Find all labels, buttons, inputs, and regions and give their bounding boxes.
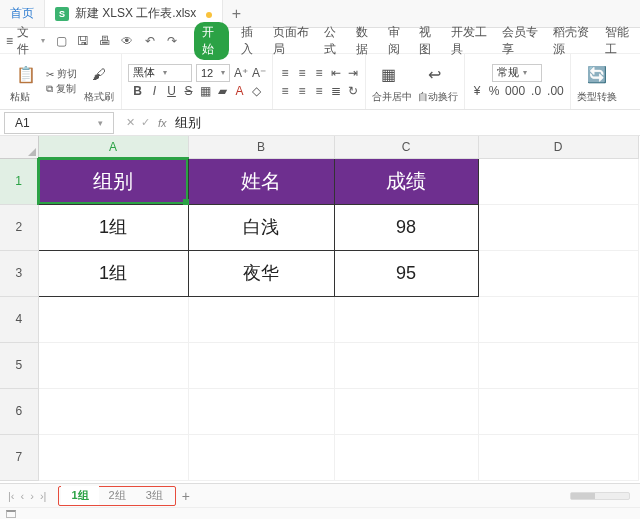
cell-a2[interactable]: 1组 <box>38 204 188 250</box>
ribbon-tab-insert[interactable]: 插入 <box>241 24 261 58</box>
cell-d2[interactable] <box>478 204 638 250</box>
spreadsheet-grid[interactable]: A B C D 1 组别 姓名 成绩 2 1组 白浅 98 3 1组 夜华 95… <box>0 136 640 483</box>
merge-center-icon[interactable]: ▦ <box>372 59 404 89</box>
increase-font-icon[interactable]: A⁺ <box>234 66 248 80</box>
cell-a5[interactable] <box>38 342 188 388</box>
align-top-icon[interactable]: ≡ <box>279 66 291 80</box>
cell-b2[interactable]: 白浅 <box>188 204 334 250</box>
indent-right-icon[interactable]: ⇥ <box>347 66 359 80</box>
preview-icon[interactable]: 👁 <box>121 34 133 48</box>
decrease-decimal-icon[interactable]: .0 <box>530 84 542 98</box>
horizontal-scrollbar[interactable] <box>570 492 630 500</box>
justify-icon[interactable]: ≣ <box>330 84 342 98</box>
bold-icon[interactable]: B <box>132 84 144 98</box>
print-icon[interactable]: 🖶 <box>99 34 111 48</box>
percent-icon[interactable]: % <box>488 84 500 98</box>
currency-icon[interactable]: ¥ <box>471 84 483 98</box>
cell-c6[interactable] <box>334 388 478 434</box>
cell-a3[interactable]: 1组 <box>38 250 188 296</box>
cell-b4[interactable] <box>188 296 334 342</box>
cell-b7[interactable] <box>188 434 334 480</box>
cell-a7[interactable] <box>38 434 188 480</box>
row-header-6[interactable]: 6 <box>0 388 38 434</box>
align-right-icon[interactable]: ≡ <box>313 84 325 98</box>
fx-icon[interactable]: fx <box>158 117 167 129</box>
cell-c5[interactable] <box>334 342 478 388</box>
sheet-tab-1[interactable]: 1组 <box>61 486 98 505</box>
cell-a6[interactable] <box>38 388 188 434</box>
paste-icon[interactable]: 📋 <box>10 59 42 89</box>
row-header-7[interactable]: 7 <box>0 434 38 480</box>
column-header-b[interactable]: B <box>188 136 334 158</box>
status-icon[interactable] <box>6 510 16 518</box>
row-header-3[interactable]: 3 <box>0 250 38 296</box>
increase-decimal-icon[interactable]: .00 <box>547 84 564 98</box>
align-left-icon[interactable]: ≡ <box>279 84 291 98</box>
undo-icon[interactable]: ↶ <box>144 34 156 48</box>
ribbon-tab-data[interactable]: 数据 <box>356 24 376 58</box>
name-box[interactable]: A1 ▾ <box>4 112 114 134</box>
redo-icon[interactable]: ↷ <box>166 34 178 48</box>
column-header-a[interactable]: A <box>38 136 188 158</box>
ribbon-tab-formula[interactable]: 公式 <box>324 24 344 58</box>
cell-c7[interactable] <box>334 434 478 480</box>
cut-button[interactable]: ✂ 剪切 <box>46 67 77 81</box>
sheet-tab-3[interactable]: 3组 <box>136 486 173 505</box>
underline-icon[interactable]: U <box>166 84 178 98</box>
clear-format-icon[interactable]: ◇ <box>251 84 263 98</box>
cell-d1[interactable] <box>478 158 638 204</box>
align-bottom-icon[interactable]: ≡ <box>313 66 325 80</box>
wrap-text-icon[interactable]: ↩ <box>418 59 450 89</box>
cell-a4[interactable] <box>38 296 188 342</box>
row-header-2[interactable]: 2 <box>0 204 38 250</box>
cell-d6[interactable] <box>478 388 638 434</box>
format-painter-icon[interactable]: 🖌 <box>83 59 115 89</box>
formula-input[interactable]: 组别 <box>175 114 201 132</box>
cell-b5[interactable] <box>188 342 334 388</box>
cell-c2[interactable]: 98 <box>334 204 478 250</box>
type-convert-icon[interactable]: 🔄 <box>581 59 613 89</box>
row-header-4[interactable]: 4 <box>0 296 38 342</box>
font-color-icon[interactable]: A <box>234 84 246 98</box>
cell-b1[interactable]: 姓名 <box>188 158 334 204</box>
align-center-icon[interactable]: ≡ <box>296 84 308 98</box>
align-middle-icon[interactable]: ≡ <box>296 66 308 80</box>
save-as-icon[interactable]: 🖫 <box>77 34 89 48</box>
orientation-icon[interactable]: ↻ <box>347 84 359 98</box>
cell-b3[interactable]: 夜华 <box>188 250 334 296</box>
ribbon-tab-layout[interactable]: 页面布局 <box>273 24 312 58</box>
column-header-d[interactable]: D <box>478 136 638 158</box>
border-icon[interactable]: ▦ <box>200 84 212 98</box>
font-size-select[interactable]: 12▾ <box>196 64 230 82</box>
ribbon-tab-dev[interactable]: 开发工具 <box>451 24 490 58</box>
fill-color-icon[interactable]: ▰ <box>217 84 229 98</box>
italic-icon[interactable]: I <box>149 84 161 98</box>
cell-d4[interactable] <box>478 296 638 342</box>
strikethrough-icon[interactable]: S <box>183 84 195 98</box>
sheet-nav-first-icon[interactable]: |‹ <box>8 490 15 502</box>
cell-b6[interactable] <box>188 388 334 434</box>
ribbon-tab-smart[interactable]: 智能工 <box>605 24 634 58</box>
font-family-select[interactable]: 黑体▾ <box>128 64 192 82</box>
add-sheet-button[interactable]: + <box>182 488 190 504</box>
cancel-formula-icon[interactable]: ✕ <box>126 116 135 129</box>
select-all-corner[interactable] <box>0 136 38 158</box>
sheet-tab-2[interactable]: 2组 <box>99 486 136 505</box>
indent-left-icon[interactable]: ⇤ <box>330 66 342 80</box>
decrease-font-icon[interactable]: A⁻ <box>252 66 266 80</box>
ribbon-tab-view[interactable]: 视图 <box>419 24 439 58</box>
copy-button[interactable]: ⧉ 复制 <box>46 82 77 96</box>
row-header-5[interactable]: 5 <box>0 342 38 388</box>
cell-c3[interactable]: 95 <box>334 250 478 296</box>
ribbon-tab-paper[interactable]: 稻壳资源 <box>553 24 592 58</box>
sheet-nav-last-icon[interactable]: ›| <box>40 490 47 502</box>
cell-c4[interactable] <box>334 296 478 342</box>
sheet-nav-prev-icon[interactable]: ‹ <box>21 490 25 502</box>
file-menu[interactable]: ≡ 文件▾ <box>6 24 45 58</box>
column-header-c[interactable]: C <box>334 136 478 158</box>
sheet-nav-next-icon[interactable]: › <box>30 490 34 502</box>
save-icon[interactable]: ▢ <box>55 34 67 48</box>
cell-a1[interactable]: 组别 <box>38 158 188 204</box>
ribbon-tab-member[interactable]: 会员专享 <box>502 24 541 58</box>
cell-c1[interactable]: 成绩 <box>334 158 478 204</box>
